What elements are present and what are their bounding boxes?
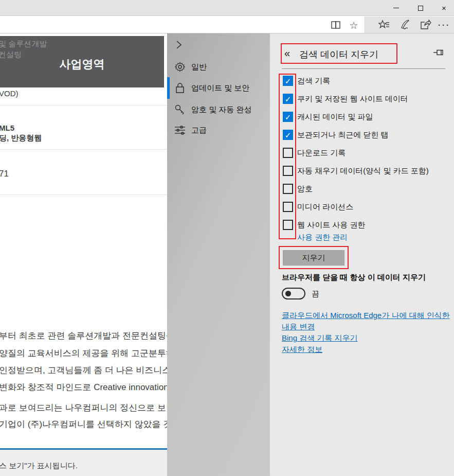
checkbox-form-data[interactable]: ✓ 자동 채우기 데이터(양식 및 카드 포함) (283, 166, 452, 176)
browser-toolbar: ☆ ··· (0, 16, 454, 33)
page-list-item: 딩, 반응형웹 (0, 133, 42, 143)
panel-title: 검색 데이터 지우기 (299, 48, 378, 61)
sidebar-item-passwords-autofill[interactable]: 암호 및 자동 완성 (167, 99, 270, 120)
edge-browser-window: × ☆ (0, 0, 454, 476)
paragraph-line: 변화와 창조적 마인드로 Creative innovation을 (0, 381, 167, 393)
page-list-item: ML5 (0, 124, 14, 132)
checkbox-tabs-set-aside[interactable]: ✓ 보관되거나 최근에 닫힌 탭 (283, 130, 452, 140)
add-favorite-button[interactable]: ☆ (348, 19, 360, 31)
check-icon: ✓ (285, 113, 292, 121)
checkbox[interactable]: ✓ (283, 94, 293, 104)
check-icon: ✓ (285, 131, 292, 139)
maximize-icon (418, 6, 423, 11)
divider (282, 68, 445, 69)
checkbox-label: 미디어 라이선스 (297, 202, 353, 212)
always-clear-toggle[interactable] (282, 288, 305, 299)
checkbox-cookies[interactable]: ✓ 쿠키 및 저장된 웹 사이트 데이터 (283, 94, 452, 104)
notification-text: 스 보기"가 표시됩니다. (0, 461, 78, 471)
sidebar-item-advanced[interactable]: 고급 (167, 119, 270, 141)
divider (0, 105, 167, 105)
make-web-note-button[interactable] (399, 19, 411, 31)
check-icon: ✓ (285, 77, 292, 85)
cloud-info-link[interactable]: 클라우드에서 Microsoft Edge가 나에 대해 인식한 내용 변경 (282, 310, 454, 332)
notification-bar: 스 보기"가 표시됩니다. (0, 448, 167, 476)
favorites-hub-icon (378, 20, 390, 30)
page-list-item: VOD) (0, 89, 19, 98)
settings-sidebar: 일반 업데이트 및 보안 암호 및 자동 완성 (167, 33, 270, 476)
toggle-state-label: 끔 (312, 289, 319, 299)
key-icon (174, 104, 186, 115)
checkbox-label: 암호 (297, 184, 313, 194)
checkbox[interactable]: ✓ (283, 130, 293, 140)
maximize-button[interactable] (409, 0, 432, 16)
checkbox-passwords[interactable]: ✓ 암호 (283, 184, 452, 194)
hub-button[interactable] (378, 19, 390, 31)
checkbox[interactable]: ✓ (283, 202, 293, 212)
paragraph-line: 양질의 교육서비스의 제공을 위해 고군분투해 왔 (0, 347, 167, 359)
checkbox[interactable]: ✓ (283, 184, 293, 194)
sidebar-item-label: 암호 및 자동 완성 (191, 105, 252, 115)
pin-button[interactable] (433, 49, 444, 56)
minimize-button[interactable] (385, 0, 408, 16)
book-icon (331, 21, 341, 29)
checkbox-label: 다운로드 기록 (297, 148, 346, 158)
expand-sidebar-button[interactable] (174, 40, 184, 50)
checkbox-label: 웹 사이트 사용 권한 (297, 220, 366, 230)
checkbox[interactable]: ✓ (283, 76, 293, 86)
page-header-band: 및 솔루션개발 컨설팅 사업영역 (0, 36, 164, 87)
checkbox-browsing-history[interactable]: ✓ 검색 기록 (283, 76, 452, 86)
pen-icon (399, 19, 411, 30)
sidebar-item-label: 일반 (191, 62, 207, 72)
more-options-button[interactable]: ··· (438, 19, 450, 31)
sidebar-item-label: 고급 (191, 126, 207, 135)
toggle-knob-icon (285, 291, 291, 296)
back-icon: « (284, 47, 290, 59)
sidebar-item-update-security[interactable]: 업데이트 및 보안 (167, 77, 270, 99)
webpage-content: 및 솔루션개발 컨설팅 사업영역 VOD) ML5 딩, 반응형웹 71 부터 … (0, 33, 167, 476)
star-icon: ☆ (349, 21, 358, 30)
checkbox[interactable]: ✓ (283, 112, 293, 122)
minimize-icon (393, 8, 399, 8)
sidebar-item-label: 업데이트 및 보안 (191, 83, 249, 93)
checkbox[interactable]: ✓ (283, 166, 293, 176)
close-icon: × (442, 4, 446, 12)
divider (0, 195, 167, 195)
share-button[interactable] (420, 19, 432, 31)
back-button[interactable]: « (284, 47, 290, 59)
lock-icon (174, 82, 186, 94)
learn-more-link[interactable]: 자세한 정보 (282, 344, 454, 355)
checkbox-label: 캐시된 데이터 및 파일 (297, 112, 373, 122)
share-icon (420, 20, 431, 30)
checkbox[interactable]: ✓ (283, 220, 293, 230)
pin-icon (433, 49, 444, 56)
checkbox[interactable]: ✓ (283, 148, 293, 158)
checkbox-label: 검색 기록 (297, 76, 330, 86)
chevron-right-icon (174, 40, 183, 49)
bing-history-link[interactable]: Bing 검색 기록 지우기 (282, 332, 454, 344)
check-icon: ✓ (285, 95, 292, 103)
page-section-title: 사업영역 (0, 57, 164, 72)
paragraph-line: 부터 최초로 관련 솔루션개발과 전문컨설팅을 시작 (0, 330, 167, 342)
checkbox-label: 쿠키 및 저장된 웹 사이트 데이터 (297, 94, 408, 104)
checkbox-cached-data[interactable]: ✓ 캐시된 데이터 및 파일 (283, 112, 452, 122)
address-bar[interactable]: ☆ (0, 16, 365, 33)
checkbox-media-licenses[interactable]: ✓ 미디어 라이선스 (283, 202, 452, 212)
paragraph-line: 과로 보여드리는 나우컴퍼니의 정신으로 보답하겠 (0, 402, 167, 414)
always-clear-label: 브라우저를 닫을 때 항상 이 데이터 지우기 (282, 273, 426, 283)
checkbox-label: 보관되거나 최근에 닫힌 탭 (297, 130, 389, 140)
paragraph-line: 인정받으며, 고객님들께 좀 더 나은 비즈니스 환경 (0, 364, 167, 376)
paragraph-line: 기업이 (주)나우컴퍼니를 선택하지 않았을 것입니 (0, 418, 167, 430)
manage-permissions-link[interactable]: 사용 권한 관리 (297, 233, 348, 242)
sliders-icon (174, 125, 186, 136)
sidebar-item-general[interactable]: 일반 (167, 56, 270, 78)
close-button[interactable]: × (432, 0, 454, 16)
checkbox-label: 자동 채우기 데이터(양식 및 카드 포함) (297, 166, 429, 176)
checkbox-download-history[interactable]: ✓ 다운로드 기록 (283, 148, 452, 158)
checkbox-website-permissions[interactable]: ✓ 웹 사이트 사용 권한 (283, 220, 452, 230)
divider (0, 149, 167, 150)
title-bar: × (0, 0, 454, 16)
gear-icon (174, 61, 186, 73)
clear-button[interactable]: 지우기 (283, 250, 344, 266)
page-list-item: 71 (0, 169, 9, 179)
reading-view-button[interactable] (330, 19, 342, 31)
